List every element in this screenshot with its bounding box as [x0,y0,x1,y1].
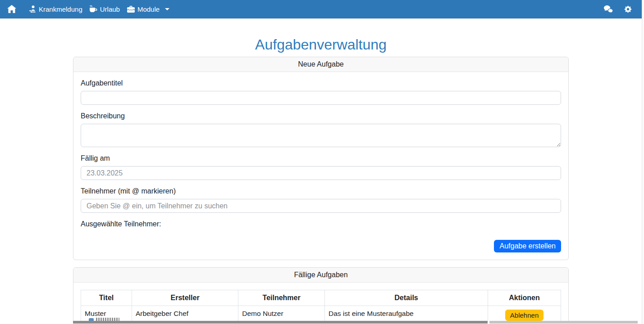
new-task-card-body: Aufgabentitel Beschreibung Fällig am Tei… [73,72,568,260]
browser-viewport: Krankmeldung Urlaub [0,0,642,321]
new-task-card-header: Neue Aufgabe [73,57,568,72]
column-header-teilnehmer: Teilnehmer [238,290,325,306]
description-textarea[interactable] [81,124,561,147]
participants-input[interactable] [81,199,561,213]
nav-item-urlaub[interactable]: Urlaub [86,3,123,16]
field-description: Beschreibung [81,112,561,147]
selected-participants-label: Ausgewählte Teilnehmer: [81,220,561,228]
cell-teilnehmer: Demo Nutzer [238,306,325,321]
due-tasks-card-body: Titel Ersteller Teilnehmer Details Aktio… [73,283,568,321]
page-scrollbar[interactable] [642,0,644,324]
due-date-label: Fällig am [81,154,561,162]
details-text: Das ist eine Musteraufgabe [329,310,484,318]
description-label: Beschreibung [81,112,561,120]
top-navbar: Krankmeldung Urlaub [0,0,642,18]
settings-button[interactable] [621,3,635,16]
background-window-edge-light [489,321,638,324]
reject-button[interactable]: Ablehnen [505,310,544,321]
due-tasks-card: Fällige Aufgaben Titel Ersteller Teilneh… [73,267,569,321]
navbar-right [600,3,635,16]
participants-label: Teilnehmer (mit @ markieren) [81,187,561,195]
column-header-ersteller: Ersteller [132,290,238,306]
screen: Krankmeldung Urlaub [0,0,644,324]
column-header-aktionen: Aktionen [488,290,561,306]
cell-ersteller: Arbeitgeber Chef [132,306,238,321]
toolbox-icon [127,6,135,13]
selected-participants-zone [81,228,561,233]
nav-item-label: Krankmeldung [39,5,82,13]
due-date-input[interactable] [81,166,561,180]
cell-details: Das ist eine Musteraufgabe Fällig: 2025-… [324,306,488,321]
create-task-button[interactable]: Aufgabe erstellen [494,240,561,252]
messages-button[interactable] [600,3,617,16]
main-container: Aufgabenverwaltung Neue Aufgabe Aufgaben… [73,36,569,321]
column-header-titel: Titel [81,290,132,306]
nav-item-krankmeldung[interactable]: Krankmeldung [25,3,86,16]
submit-row: Aufgabe erstellen [81,240,561,252]
table-row: Muster Arbeitgeber Chef Demo Nutzer Das … [81,306,561,321]
page-title: Aufgabenverwaltung [73,36,569,53]
table-header-row: Titel Ersteller Teilnehmer Details Aktio… [81,290,561,306]
due-tasks-card-header: Fällige Aufgaben [73,268,568,283]
cell-aktionen: Ablehnen [488,306,561,321]
field-title: Aufgabentitel [81,79,561,105]
field-participants: Teilnehmer (mit @ markieren) [81,187,561,213]
background-window-edge-dark [73,321,488,324]
nav-item-label: Module [137,5,160,13]
home-link[interactable] [7,2,21,16]
column-header-details: Details [324,290,488,306]
user-injured-icon [29,5,36,13]
gear-icon [624,5,632,13]
comments-icon [604,5,613,13]
nav-item-module[interactable]: Module [123,3,173,16]
field-due-date: Fällig am [81,154,561,180]
title-label: Aufgabentitel [81,79,561,87]
nav-item-label: Urlaub [100,5,120,13]
new-task-card: Neue Aufgabe Aufgabentitel Beschreibung … [73,57,569,260]
due-tasks-table: Titel Ersteller Teilnehmer Details Aktio… [81,290,561,321]
mug-icon [90,5,97,13]
chevron-down-icon [165,8,169,10]
home-icon [7,5,16,13]
title-input[interactable] [81,91,561,105]
